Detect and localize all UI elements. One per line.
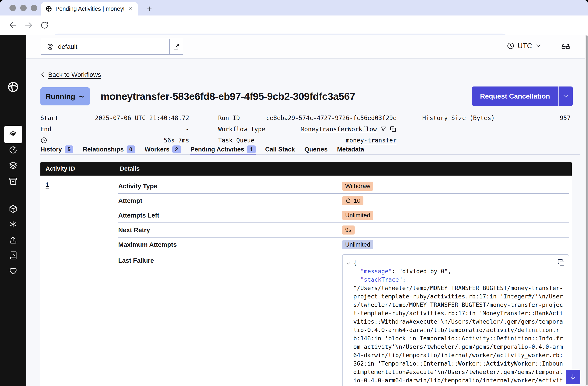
detail-row-maximum-attempts: Maximum Attempts Unlimited: [118, 238, 569, 252]
start-value: 2025-07-06 UTC 21:40:48.72: [95, 114, 189, 122]
request-cancellation-label[interactable]: Request Cancellation: [472, 87, 559, 106]
scroll-to-bottom-button[interactable]: [566, 370, 580, 384]
request-cancellation-button[interactable]: Request Cancellation: [472, 87, 573, 106]
sidebar-item-docs[interactable]: [0, 251, 26, 260]
labs-mode-toggle[interactable]: [561, 42, 570, 51]
timezone-selector[interactable]: UTC: [507, 42, 542, 50]
filter-funnel-icon[interactable]: [380, 126, 387, 133]
end-value: -: [186, 126, 189, 133]
detail-row-last-failure: Last Failure { "message": "divided by 0"…: [118, 252, 569, 386]
browser-toolbar: localhost:8080/namespaces/default/workfl…: [0, 16, 588, 35]
maximum-attempts-badge: Unlimited: [342, 240, 373, 249]
workflow-id-title: moneytransfer-583e6fd8-eb97-4f95-9cb2-30…: [101, 87, 355, 106]
workflow-tabs: History 5 Relationships 0 Workers 2 Pend…: [41, 144, 364, 155]
back-to-workflows-link[interactable]: Back to Workflows: [40, 71, 101, 78]
timezone-label: UTC: [518, 42, 532, 50]
tab-call-stack[interactable]: Call Stack: [265, 144, 295, 155]
tab-metadata[interactable]: Metadata: [337, 144, 364, 155]
window-zoom-button[interactable]: [31, 5, 37, 11]
sidebar-item-batch-operations[interactable]: [0, 161, 26, 170]
cube-icon: [9, 204, 18, 213]
tab-close-icon[interactable]: [128, 6, 133, 12]
tab-workers-count: 2: [172, 145, 181, 153]
workflows-eye-icon: [8, 130, 18, 139]
chevron-down-icon: [563, 93, 569, 99]
workflow-type-link[interactable]: MoneyTransferWorkflow: [301, 126, 377, 133]
cancellation-menu-button[interactable]: [559, 87, 573, 106]
sidebar-item-import[interactable]: [0, 235, 26, 244]
window-controls[interactable]: [9, 5, 37, 11]
sidebar-item-workflows[interactable]: [4, 126, 22, 143]
attempt-badge: 10: [342, 196, 363, 205]
duration-value: 56s 7ms: [164, 137, 189, 144]
temporal-favicon-icon: [45, 6, 52, 12]
heart-icon: [9, 266, 18, 275]
browser-window: Pending Activities | moneytra localhost:…: [0, 0, 588, 386]
detail-row-attempt: Attempt 10: [118, 194, 569, 208]
schedules-clock-icon: [9, 145, 18, 155]
sidebar-item-nexus[interactable]: [0, 220, 26, 229]
window-close-button[interactable]: [9, 5, 16, 11]
new-tab-button[interactable]: [145, 4, 154, 14]
book-sparkles-icon: [9, 251, 18, 260]
namespace-switcher-icon: [46, 43, 54, 51]
pulse-icon: [79, 93, 85, 99]
tab-relationships[interactable]: Relationships 0: [83, 144, 135, 155]
detail-row-attempts-left: Attempts Left Unlimited: [118, 208, 569, 223]
glasses-icon: [561, 42, 570, 51]
retry-icon: [345, 198, 352, 204]
sidebar-item-schedules[interactable]: [0, 145, 26, 155]
reload-button[interactable]: [40, 21, 49, 30]
window-minimize-button[interactable]: [20, 5, 27, 11]
external-link-icon: [173, 43, 180, 50]
namespace-name: default: [58, 43, 77, 50]
activity-type-badge: Withdraw: [342, 182, 373, 191]
forward-button[interactable]: [24, 21, 33, 30]
status-badge: Running: [41, 87, 90, 105]
page-scrollbar[interactable]: [585, 35, 588, 386]
tab-title: Pending Activities | moneytra: [55, 6, 124, 12]
tab-queries[interactable]: Queries: [304, 144, 328, 155]
back-link-label: Back to Workflows: [48, 71, 101, 78]
temporal-logo-icon[interactable]: [0, 81, 26, 93]
browser-tab-strip: Pending Activities | moneytra: [0, 0, 588, 16]
activity-id-cell: 1: [41, 176, 118, 386]
task-queue-label: Task Queue: [218, 137, 254, 144]
browser-tab[interactable]: Pending Activities | moneytra: [41, 2, 138, 16]
workflow-type-label: Workflow Type: [218, 126, 265, 133]
sidebar-item-archive[interactable]: [0, 177, 26, 186]
activity-id-link[interactable]: 1: [45, 181, 49, 188]
clock-icon: [507, 42, 514, 50]
archive-box-icon: [9, 177, 18, 186]
history-size-label: History Size (Bytes): [422, 114, 495, 122]
namespace-selector-main[interactable]: default: [41, 39, 169, 54]
duration-clock-icon: [41, 137, 47, 144]
tab-history-count: 5: [65, 145, 73, 153]
asterisk-icon: [9, 220, 18, 229]
tab-history[interactable]: History 5: [41, 144, 73, 155]
next-retry-badge: 9s: [342, 226, 355, 234]
tab-pending-activities[interactable]: Pending Activities 1: [190, 144, 256, 155]
task-queue-link[interactable]: money-transfer: [346, 137, 397, 144]
back-button[interactable]: [9, 21, 18, 30]
history-size-value: 957: [560, 114, 571, 122]
status-label: Running: [45, 92, 75, 101]
stack-trace-text: "/Users/twheeler/temp/MONEY_TRANSFER_BUG…: [353, 285, 563, 386]
tab-pending-activities-count: 1: [247, 145, 255, 153]
tab-workers[interactable]: Workers 2: [145, 144, 181, 155]
run-id-value: ce8eba29-574c-4727-9726-fc56ed03f29e: [266, 114, 397, 122]
chevron-down-icon: [535, 43, 542, 49]
namespace-open-button[interactable]: [169, 39, 183, 54]
copy-icon[interactable]: [557, 258, 565, 266]
sidebar-item-namespaces[interactable]: [0, 204, 26, 213]
run-id-label: Run ID: [218, 114, 240, 122]
sidebar-item-feedback[interactable]: [0, 266, 26, 275]
chevron-left-icon: [40, 72, 46, 78]
copy-icon[interactable]: [390, 126, 397, 133]
collapse-toggle-icon[interactable]: [345, 259, 352, 266]
scrollbar-thumb[interactable]: [586, 36, 588, 385]
down-arrow-icon: [569, 373, 577, 381]
main-content: Back to Workflows Running moneytransfer-…: [26, 59, 588, 386]
tabs-divider: [40, 155, 580, 155]
namespace-selector[interactable]: default: [41, 39, 183, 55]
